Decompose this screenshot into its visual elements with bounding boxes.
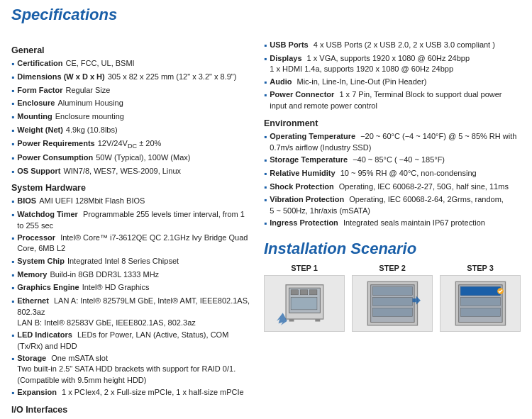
spec-value: 305 x 82 x 225 mm (12" x 3.2" x 8.9") xyxy=(108,72,237,82)
spec-label: Form Factor xyxy=(17,85,62,96)
spec-label: Storage xyxy=(17,354,46,362)
list-item: ▪ Dimensions (W x D x H) 305 x 82 x 225 … xyxy=(11,72,253,84)
list-item: ▪ Audio Mic-in, Line-In, Line-Out (Pin H… xyxy=(264,77,521,89)
bullet-icon: ▪ xyxy=(11,196,14,208)
system-hardware-list: ▪ BIOS AMI UEFI 128Mbit Flash BIOS ▪ Wat… xyxy=(11,196,253,399)
list-item: ▪ Certification CE, FCC, UL, BSMI xyxy=(11,58,253,70)
spec-value: Two built-in 2.5" SATA HDD brackets with… xyxy=(17,364,235,384)
spec-value: 12V/24VDC ± 20% xyxy=(98,138,162,151)
svg-rect-15 xyxy=(460,286,500,295)
list-item: ▪ Operating Temperature −20 ~ 60°C (−4 ~… xyxy=(264,131,521,153)
bullet-icon: ▪ xyxy=(264,168,267,180)
spec-value: Mic-in, Line-In, Line-Out (Pin Header) xyxy=(297,77,427,86)
spec-value: Regular Size xyxy=(65,85,110,96)
spec-value: Build-in 8GB DDR3L 1333 MHz xyxy=(50,269,159,280)
install-title: Installation Scenario xyxy=(264,240,521,258)
steps-row: STEP 1 xyxy=(264,264,521,332)
list-item: ▪ BIOS AMI UEFI 128Mbit Flash BIOS xyxy=(11,196,253,208)
spec-label: Processor xyxy=(17,233,55,242)
spec-label: System Chip xyxy=(17,256,65,267)
list-item: ▪ Enclosure Aluminum Housing xyxy=(11,98,253,110)
step-3-label: STEP 3 xyxy=(440,264,521,272)
spec-value: LAN B: Intel® 82583V GbE, IEEE802.1AS, 8… xyxy=(17,318,196,327)
spec-value: −40 ~ 85°C ( −40 ~ 185°F) xyxy=(353,155,445,164)
bullet-icon: ▪ xyxy=(11,85,14,97)
spec-label: Certification xyxy=(17,58,62,69)
spec-label: Shock Protection xyxy=(270,182,333,191)
spec-value: WIN7/8, WES7, WES-2009, Linux xyxy=(63,166,181,177)
spec-value: Intel® HD Graphics xyxy=(82,282,150,293)
spec-label: Mounting xyxy=(17,111,52,122)
system-hardware-title: System Hardware xyxy=(11,183,253,193)
spec-value: 4.9kg (10.8lbs) xyxy=(66,125,118,135)
list-item: ▪ Weight (Net) 4.9kg (10.8lbs) xyxy=(11,125,253,137)
spec-label: Displays xyxy=(270,54,301,62)
step-2-block: STEP 2 xyxy=(352,264,433,332)
spec-label: Ethernet xyxy=(17,296,49,305)
spec-value: AMI UEFI 128Mbit Flash BIOS xyxy=(39,196,145,206)
spec-label: Dimensions (W x D x H) xyxy=(17,72,104,82)
spec-label: OS Support xyxy=(17,166,60,177)
io-section-title: I/O Interfaces xyxy=(11,405,253,415)
svg-rect-12 xyxy=(372,308,412,316)
bullet-icon: ▪ xyxy=(11,387,14,399)
list-item: ▪ Processor Intel® Core™ i7-3612QE QC 2.… xyxy=(11,233,253,255)
bullet-icon: ▪ xyxy=(11,72,14,84)
step-1-svg xyxy=(269,279,340,328)
spec-label: LED Indicators xyxy=(17,330,72,339)
general-section-title: General xyxy=(11,45,253,55)
step-2-label: STEP 2 xyxy=(352,264,433,272)
bullet-icon: ▪ xyxy=(11,166,14,178)
bullet-icon: ▪ xyxy=(264,40,267,52)
spec-value: 1 x VGA, supports 1920 x 1080 @ 60Hz 24b… xyxy=(307,54,470,62)
list-item: ▪ Memory Build-in 8GB DDR3L 1333 MHz xyxy=(11,269,253,281)
spec-label: Ingress Protection xyxy=(270,218,338,227)
bullet-icon: ▪ xyxy=(264,77,267,89)
spec-value: One mSATA slot xyxy=(51,354,108,362)
spec-value: CE, FCC, UL, BSMI xyxy=(65,58,134,69)
svg-rect-16 xyxy=(460,297,500,306)
main-content: General ▪ Certification CE, FCC, UL, BSM… xyxy=(0,31,532,419)
bullet-icon: ▪ xyxy=(11,111,14,123)
spec-value: 5 ~ 500Hz, 1hr/axis (mSATA) xyxy=(270,206,370,215)
bullet-icon: ▪ xyxy=(264,181,267,194)
step-1-block: STEP 1 xyxy=(264,264,345,332)
list-item: ▪ Watchdog Timer Programmable 255 levels… xyxy=(11,209,253,231)
general-list: ▪ Certification CE, FCC, UL, BSMI ▪ Dime… xyxy=(11,58,253,177)
step-1-label: STEP 1 xyxy=(264,264,345,272)
spec-value: Integrated seals maintain IP67 protectio… xyxy=(343,218,485,227)
list-item: ▪ Expansion 1 x PCIex4, 2 x Full-size mP… xyxy=(11,387,253,399)
bullet-icon: ▪ xyxy=(11,138,14,150)
right-column: ▪ USB Ports 4 x USB Ports (2 x USB 2.0, … xyxy=(264,40,521,419)
svg-rect-10 xyxy=(372,286,412,295)
spec-label: Power Consumption xyxy=(17,152,93,163)
list-item: ▪ Power Connector 1 x 7 Pin, Terminal Bl… xyxy=(264,89,521,111)
step-3-svg xyxy=(445,279,516,328)
svg-rect-5 xyxy=(291,297,317,310)
bullet-icon: ▪ xyxy=(264,131,267,143)
bullet-icon: ▪ xyxy=(11,125,14,137)
bullet-icon: ▪ xyxy=(11,282,14,294)
spec-label: Power Connector xyxy=(270,90,334,99)
environment-list: ▪ Operating Temperature −20 ~ 60°C (−4 ~… xyxy=(264,131,521,230)
step-2-image xyxy=(352,275,433,332)
spec-label: Vibration Protection xyxy=(270,195,344,203)
list-item: ▪ Storage One mSATA slot Two built-in 2.… xyxy=(11,353,253,386)
list-item: ▪ Ethernet LAN A: Intel® 82579LM GbE, In… xyxy=(11,296,253,328)
spec-label: Watchdog Timer xyxy=(17,210,78,218)
svg-rect-4 xyxy=(309,290,317,295)
spec-value: Operating, IEC 60068-2-27, 50G, half sin… xyxy=(339,182,509,191)
spec-value: 1 x PCIex4, 2 x Full-size mPCIe, 1 x hal… xyxy=(62,388,244,396)
list-item: ▪ Form Factor Regular Size xyxy=(11,85,253,97)
svg-rect-17 xyxy=(460,308,500,316)
spec-label: Memory xyxy=(17,269,47,280)
bullet-icon: ▪ xyxy=(264,155,267,167)
spec-value: 4 x USB Ports (2 x USB 2.0, 2 x USB 3.0 … xyxy=(314,40,495,49)
bullet-icon: ▪ xyxy=(11,269,14,281)
environment-title: Environment xyxy=(264,118,521,128)
spec-label: Audio xyxy=(270,77,292,86)
list-item: ▪ Displays 1 x VGA, supports 1920 x 1080… xyxy=(264,53,521,75)
spec-label: Enclosure xyxy=(17,98,55,108)
list-item: ▪ OS Support WIN7/8, WES7, WES-2009, Lin… xyxy=(11,166,253,178)
svg-rect-2 xyxy=(291,290,299,295)
